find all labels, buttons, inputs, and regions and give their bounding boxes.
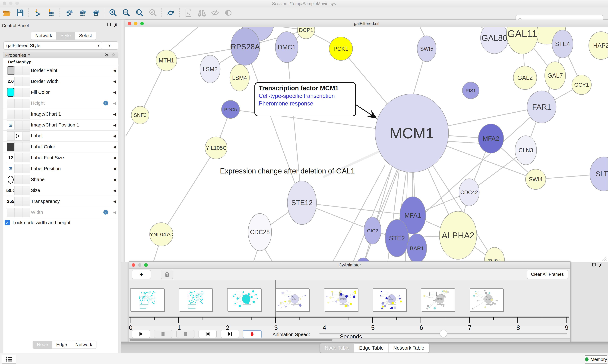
- expand-property-icon[interactable]: ◀: [113, 210, 116, 215]
- frame-thumbnail-1[interactable]: [130, 288, 164, 311]
- expand-property-icon[interactable]: ◀: [113, 199, 116, 204]
- cyanimator-titlebar[interactable]: CyAnimator: [129, 261, 570, 269]
- network-node-yil105c[interactable]: YIL105C: [205, 137, 227, 159]
- mapping-cell[interactable]: [14, 66, 22, 75]
- scrollbar-thumb[interactable]: [130, 339, 332, 341]
- table-panel-toggle-button[interactable]: [1, 355, 16, 364]
- default-value-cell[interactable]: 255: [7, 197, 14, 206]
- record-button[interactable]: [243, 330, 262, 338]
- zoom-in-button[interactable]: [108, 8, 118, 18]
- network-node-hap2[interactable]: HAP2: [589, 32, 608, 59]
- network-node-ste4[interactable]: STE4: [552, 30, 573, 58]
- timeline-horizontal-scrollbar[interactable]: [129, 338, 570, 341]
- default-value-cell[interactable]: [7, 208, 14, 217]
- apply-layout-button[interactable]: [166, 8, 175, 18]
- window-controls-inactive[interactable]: [3, 1, 21, 6]
- network-node-bar1[interactable]: BAR1: [407, 234, 427, 262]
- zoom-fit-button[interactable]: [135, 8, 144, 18]
- network-node-swi5[interactable]: SWI5: [417, 36, 436, 62]
- default-value-cell[interactable]: [7, 110, 14, 119]
- skip-end-button[interactable]: [221, 330, 239, 338]
- network-node-tup1[interactable]: TUP1: [484, 247, 505, 262]
- clear-all-frames-button[interactable]: Clear All Frames: [527, 270, 568, 279]
- property-row-label-position[interactable]: Label Position◀: [3, 163, 118, 174]
- import-network-button[interactable]: [33, 8, 42, 18]
- style-options-button[interactable]: ▼: [101, 41, 118, 50]
- property-row-height[interactable]: Heighti◀: [3, 98, 118, 109]
- network-node-gal80[interactable]: GAL80: [481, 27, 508, 54]
- network-node-pck1[interactable]: PCK1: [329, 37, 353, 60]
- bypass-cell[interactable]: [22, 208, 30, 217]
- bypass-cell[interactable]: [22, 142, 30, 152]
- network-node-dcp1[interactable]: DCP1: [297, 27, 315, 39]
- expand-property-icon[interactable]: ◀: [113, 177, 116, 182]
- mapping-cell[interactable]: [14, 153, 22, 162]
- property-row-border-paint[interactable]: Border Paint◀: [3, 65, 118, 76]
- frame-thumbnail-5[interactable]: MCM1: [324, 288, 358, 311]
- bypass-cell[interactable]: [22, 120, 30, 130]
- network-node-lsm4[interactable]: LSM4: [230, 65, 249, 91]
- default-value-cell[interactable]: [7, 175, 14, 184]
- default-value-cell[interactable]: 2.0: [7, 77, 14, 86]
- mapping-cell[interactable]: [14, 88, 22, 97]
- mapping-cell[interactable]: [14, 131, 22, 141]
- annotation-link[interactable]: Cell-type-specific transcription: [259, 93, 355, 99]
- export-image-button[interactable]: [91, 8, 100, 18]
- mapping-cell[interactable]: [14, 77, 22, 86]
- export-network-button[interactable]: [64, 8, 73, 18]
- info-icon[interactable]: i: [103, 209, 109, 215]
- close-window-icon[interactable]: [3, 1, 6, 5]
- network-node-dmc1[interactable]: DMC1: [275, 32, 298, 63]
- network-edge[interactable]: [161, 148, 216, 234]
- network-edge[interactable]: [153, 244, 159, 262]
- slider-thumb[interactable]: [440, 330, 447, 337]
- zoom-window-icon[interactable]: [144, 263, 148, 267]
- property-row-size[interactable]: 50.0Size◀: [3, 185, 118, 196]
- expand-property-icon[interactable]: ◀: [113, 156, 116, 160]
- network-node-rps28a[interactable]: RPS28A: [231, 28, 260, 65]
- cyanimator-timeline[interactable]: MCM1MCM1MCM1MCM1MCM1 Seconds 0123456789: [129, 280, 570, 326]
- network-node-gal2[interactable]: GAL2: [513, 66, 537, 90]
- expand-property-icon[interactable]: ◀: [113, 79, 116, 84]
- mapping-cell[interactable]: [14, 197, 22, 206]
- style-selector[interactable]: galFiltered Style ▼: [3, 41, 103, 50]
- property-row-image-chart-1[interactable]: Image/Chart 1◀: [3, 109, 118, 120]
- bypass-cell[interactable]: [22, 153, 30, 162]
- default-value-cell[interactable]: [7, 142, 14, 152]
- bypass-cell[interactable]: [22, 88, 30, 97]
- default-value-cell[interactable]: [7, 164, 14, 173]
- expand-property-icon[interactable]: ◀: [113, 134, 116, 138]
- network-edge[interactable]: [245, 47, 302, 203]
- network-node-gal7[interactable]: GAL7: [545, 62, 566, 90]
- tab-network[interactable]: Network: [71, 341, 96, 349]
- bypass-cell[interactable]: [22, 197, 30, 206]
- network-node-ste2[interactable]: STE2: [385, 220, 409, 257]
- property-row-border-width[interactable]: 2.0Border Width◀: [3, 76, 118, 87]
- mapping-cell[interactable]: [14, 99, 22, 108]
- default-value-cell[interactable]: 12: [7, 153, 14, 162]
- network-node-swi4[interactable]: SWI4: [525, 169, 546, 189]
- network-node-gic2[interactable]: GIC2: [364, 217, 381, 244]
- delete-frame-button[interactable]: [161, 270, 173, 279]
- float-panel-icon[interactable]: [107, 23, 111, 28]
- network-canvas[interactable]: DCP1RPS28ADMC1PCK1MTH1LSM2LSM4SWI5GAL80G…: [125, 27, 608, 262]
- expand-property-icon[interactable]: ◀: [113, 68, 116, 73]
- mapping-cell[interactable]: [14, 175, 22, 184]
- default-value-cell[interactable]: [7, 131, 14, 141]
- frame-thumbnail-7[interactable]: MCM1: [421, 288, 455, 311]
- zoom-out-button[interactable]: [122, 8, 131, 18]
- tab-edge[interactable]: Edge: [52, 341, 71, 349]
- float-panel-icon[interactable]: [592, 263, 596, 268]
- mapping-cell[interactable]: [14, 208, 22, 217]
- mapping-cell[interactable]: [14, 120, 22, 130]
- network-node-mfa2[interactable]: MFA2: [478, 124, 504, 153]
- tab-network-table[interactable]: Network Table: [388, 344, 429, 352]
- skip-start-button[interactable]: [199, 330, 217, 338]
- mapping-cell[interactable]: [14, 142, 22, 152]
- minimize-window-icon[interactable]: [134, 22, 138, 25]
- minimize-window-icon[interactable]: [138, 263, 141, 267]
- tab-select[interactable]: Select: [75, 32, 96, 39]
- close-panel-icon[interactable]: ✗: [599, 263, 602, 268]
- default-value-cell[interactable]: 50.0: [7, 186, 14, 195]
- zoom-window-icon[interactable]: [15, 1, 19, 5]
